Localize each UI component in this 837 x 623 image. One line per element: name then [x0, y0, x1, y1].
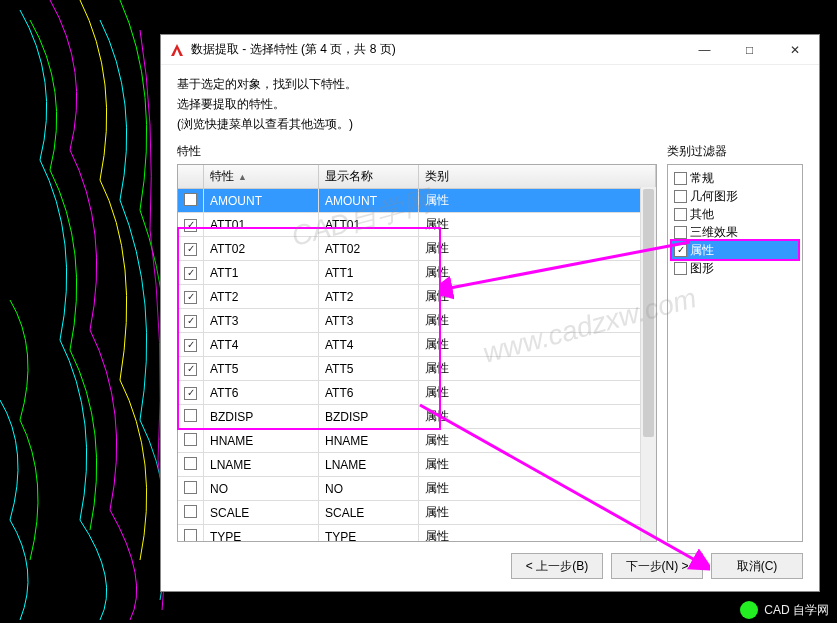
titlebar[interactable]: 数据提取 - 选择特性 (第 4 页，共 8 页) — □ ✕ [161, 35, 819, 65]
cell-display-name: ATT1 [319, 261, 419, 285]
category-filter-list[interactable]: 常规几何图形其他三维效果✓属性图形 [667, 164, 803, 542]
table-row[interactable]: TYPETYPE属性 [178, 525, 656, 543]
row-checkbox[interactable] [184, 433, 197, 446]
table-row[interactable]: AMOUNTAMOUNT属性 [178, 189, 656, 213]
column-header-category[interactable]: 类别 [419, 165, 656, 189]
cell-property: NO [204, 477, 319, 501]
window-title: 数据提取 - 选择特性 (第 4 页，共 8 页) [191, 41, 682, 58]
cell-category: 属性 [419, 453, 656, 477]
table-row[interactable]: BZDISPBZDISP属性 [178, 405, 656, 429]
brand-footer: CAD 自学网 [740, 601, 829, 619]
cell-category: 属性 [419, 237, 656, 261]
close-button[interactable]: ✕ [772, 36, 817, 64]
cell-display-name: ATT3 [319, 309, 419, 333]
cell-category: 属性 [419, 213, 656, 237]
cell-category: 属性 [419, 381, 656, 405]
cell-property: ATT6 [204, 381, 319, 405]
cell-property: ATT02 [204, 237, 319, 261]
properties-table[interactable]: 特性▲ 显示名称 类别 AMOUNTAMOUNT属性✓ATT01ATT01属性✓… [178, 165, 656, 542]
table-row[interactable]: ✓ATT1ATT1属性 [178, 261, 656, 285]
cell-category: 属性 [419, 525, 656, 543]
cell-display-name: ATT4 [319, 333, 419, 357]
row-checkbox[interactable] [184, 529, 197, 542]
row-checkbox[interactable] [184, 193, 197, 206]
column-header-property[interactable]: 特性▲ [204, 165, 319, 189]
sort-asc-icon: ▲ [238, 172, 247, 182]
autocad-icon [169, 42, 185, 58]
filter-checkbox[interactable] [674, 262, 687, 275]
row-checkbox[interactable] [184, 409, 197, 422]
filter-checkbox[interactable]: ✓ [674, 244, 687, 257]
table-row[interactable]: ✓ATT3ATT3属性 [178, 309, 656, 333]
cell-display-name: ATT5 [319, 357, 419, 381]
filter-item[interactable]: 常规 [672, 169, 798, 187]
row-checkbox[interactable] [184, 481, 197, 494]
table-scrollbar[interactable] [640, 187, 656, 541]
row-checkbox[interactable]: ✓ [184, 315, 197, 328]
table-row[interactable]: ✓ATT01ATT01属性 [178, 213, 656, 237]
instructions-text: 基于选定的对象，找到以下特性。 选择要提取的特性。 (浏览快捷菜单以查看其他选项… [177, 75, 803, 133]
table-row[interactable]: ✓ATT02ATT02属性 [178, 237, 656, 261]
table-row[interactable]: ✓ATT6ATT6属性 [178, 381, 656, 405]
properties-label: 特性 [177, 143, 657, 160]
column-header-checkbox[interactable] [178, 165, 204, 189]
filter-label: 类别过滤器 [667, 143, 803, 160]
cell-property: SCALE [204, 501, 319, 525]
cancel-button[interactable]: 取消(C) [711, 553, 803, 579]
filter-item[interactable]: 其他 [672, 205, 798, 223]
filter-item-label: 常规 [690, 170, 714, 186]
cell-display-name: SCALE [319, 501, 419, 525]
table-row[interactable]: NONO属性 [178, 477, 656, 501]
filter-checkbox[interactable] [674, 226, 687, 239]
cell-property: HNAME [204, 429, 319, 453]
filter-checkbox[interactable] [674, 190, 687, 203]
filter-item-label: 图形 [690, 260, 714, 276]
cell-property: ATT01 [204, 213, 319, 237]
cell-property: TYPE [204, 525, 319, 543]
row-checkbox[interactable]: ✓ [184, 387, 197, 400]
cell-category: 属性 [419, 333, 656, 357]
cell-display-name: AMOUNT [319, 189, 419, 213]
row-checkbox[interactable]: ✓ [184, 363, 197, 376]
properties-table-container: 特性▲ 显示名称 类别 AMOUNTAMOUNT属性✓ATT01ATT01属性✓… [177, 164, 657, 542]
filter-item[interactable]: 三维效果 [672, 223, 798, 241]
filter-checkbox[interactable] [674, 172, 687, 185]
filter-checkbox[interactable] [674, 208, 687, 221]
cell-category: 属性 [419, 501, 656, 525]
filter-item-label: 其他 [690, 206, 714, 222]
table-row[interactable]: ✓ATT5ATT5属性 [178, 357, 656, 381]
table-row[interactable]: SCALESCALE属性 [178, 501, 656, 525]
cell-property: ATT4 [204, 333, 319, 357]
maximize-button[interactable]: □ [727, 36, 772, 64]
row-checkbox[interactable] [184, 457, 197, 470]
next-button[interactable]: 下一步(N) > [611, 553, 703, 579]
table-row[interactable]: HNAMEHNAME属性 [178, 429, 656, 453]
cell-display-name: LNAME [319, 453, 419, 477]
cell-display-name: HNAME [319, 429, 419, 453]
cell-display-name: TYPE [319, 525, 419, 543]
cell-category: 属性 [419, 429, 656, 453]
row-checkbox[interactable]: ✓ [184, 219, 197, 232]
row-checkbox[interactable] [184, 505, 197, 518]
cell-display-name: ATT2 [319, 285, 419, 309]
back-button[interactable]: < 上一步(B) [511, 553, 603, 579]
cell-display-name: NO [319, 477, 419, 501]
cell-property: ATT2 [204, 285, 319, 309]
minimize-button[interactable]: — [682, 36, 727, 64]
scrollbar-thumb[interactable] [643, 189, 654, 437]
cell-property: BZDISP [204, 405, 319, 429]
table-row[interactable]: ✓ATT2ATT2属性 [178, 285, 656, 309]
column-header-display-name[interactable]: 显示名称 [319, 165, 419, 189]
row-checkbox[interactable]: ✓ [184, 243, 197, 256]
row-checkbox[interactable]: ✓ [184, 267, 197, 280]
row-checkbox[interactable]: ✓ [184, 291, 197, 304]
filter-item[interactable]: 几何图形 [672, 187, 798, 205]
filter-item-label: 几何图形 [690, 188, 738, 204]
filter-item[interactable]: 图形 [672, 259, 798, 277]
table-row[interactable]: ✓ATT4ATT4属性 [178, 333, 656, 357]
table-row[interactable]: LNAMELNAME属性 [178, 453, 656, 477]
cell-display-name: ATT6 [319, 381, 419, 405]
data-extraction-dialog: 数据提取 - 选择特性 (第 4 页，共 8 页) — □ ✕ 基于选定的对象，… [160, 34, 820, 592]
filter-item[interactable]: ✓属性 [672, 241, 798, 259]
row-checkbox[interactable]: ✓ [184, 339, 197, 352]
